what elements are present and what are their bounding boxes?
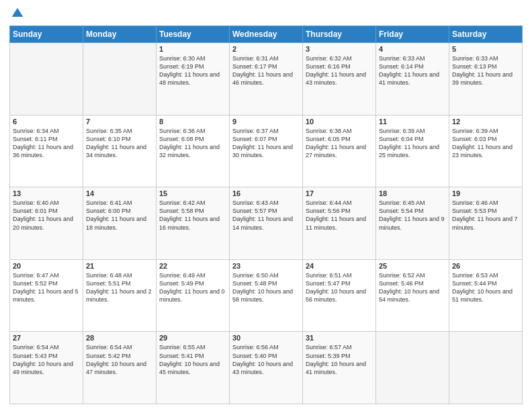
calendar-cell: 2Sunrise: 6:31 AMSunset: 6:17 PMDaylight… (230, 43, 303, 116)
day-number: 30 (232, 334, 300, 342)
day-number: 4 (379, 45, 446, 53)
day-number: 3 (306, 45, 373, 53)
day-number: 26 (452, 262, 519, 270)
cell-content: Sunrise: 6:45 AMSunset: 5:54 PMDaylight:… (379, 199, 446, 232)
calendar-cell: 11Sunrise: 6:39 AMSunset: 6:04 PMDayligh… (376, 115, 449, 187)
cell-content: Sunrise: 6:39 AMSunset: 6:04 PMDaylight:… (379, 127, 446, 160)
day-number: 6 (13, 118, 80, 126)
calendar-week-2: 6Sunrise: 6:34 AMSunset: 6:11 PMDaylight… (10, 115, 523, 187)
calendar-cell: 18Sunrise: 6:45 AMSunset: 5:54 PMDayligh… (376, 187, 449, 260)
col-header-wednesday: Wednesday (230, 26, 303, 43)
day-number: 31 (306, 334, 373, 342)
day-number: 7 (86, 118, 153, 126)
day-number: 19 (452, 189, 519, 197)
cell-content: Sunrise: 6:34 AMSunset: 6:11 PMDaylight:… (13, 127, 80, 160)
calendar-cell: 4Sunrise: 6:33 AMSunset: 6:14 PMDaylight… (376, 43, 449, 116)
col-header-tuesday: Tuesday (157, 26, 230, 43)
day-number: 20 (13, 262, 80, 270)
calendar-cell: 24Sunrise: 6:51 AMSunset: 5:47 PMDayligh… (303, 259, 376, 332)
cell-content: Sunrise: 6:46 AMSunset: 5:53 PMDaylight:… (452, 199, 519, 232)
calendar-cell: 27Sunrise: 6:54 AMSunset: 5:43 PMDayligh… (10, 332, 83, 404)
cell-content: Sunrise: 6:51 AMSunset: 5:47 PMDaylight:… (306, 271, 373, 304)
day-number: 10 (306, 118, 373, 126)
calendar-cell: 14Sunrise: 6:41 AMSunset: 6:00 PMDayligh… (83, 187, 157, 260)
cell-content: Sunrise: 6:31 AMSunset: 6:17 PMDaylight:… (232, 54, 300, 87)
day-number: 25 (379, 262, 446, 270)
calendar-week-3: 13Sunrise: 6:40 AMSunset: 6:01 PMDayligh… (10, 187, 523, 260)
calendar-cell: 15Sunrise: 6:42 AMSunset: 5:58 PMDayligh… (157, 187, 230, 260)
calendar-cell: 16Sunrise: 6:43 AMSunset: 5:57 PMDayligh… (230, 187, 303, 260)
day-number: 21 (86, 262, 153, 270)
day-number: 28 (86, 334, 153, 342)
calendar-cell (83, 43, 157, 116)
calendar-cell (10, 43, 83, 116)
logo-icon (11, 7, 24, 20)
calendar-cell: 31Sunrise: 6:57 AMSunset: 5:39 PMDayligh… (303, 332, 376, 404)
cell-content: Sunrise: 6:57 AMSunset: 5:39 PMDaylight:… (306, 343, 373, 376)
day-number: 16 (232, 189, 300, 197)
cell-content: Sunrise: 6:55 AMSunset: 5:41 PMDaylight:… (159, 343, 226, 376)
day-number: 27 (13, 334, 80, 342)
calendar-cell: 23Sunrise: 6:50 AMSunset: 5:48 PMDayligh… (230, 259, 303, 332)
day-number: 22 (159, 262, 226, 270)
cell-content: Sunrise: 6:39 AMSunset: 6:03 PMDaylight:… (452, 127, 519, 160)
calendar-week-5: 27Sunrise: 6:54 AMSunset: 5:43 PMDayligh… (10, 332, 523, 404)
col-header-thursday: Thursday (303, 26, 376, 43)
day-number: 5 (452, 45, 519, 53)
cell-content: Sunrise: 6:42 AMSunset: 5:58 PMDaylight:… (159, 199, 226, 232)
cell-content: Sunrise: 6:32 AMSunset: 6:16 PMDaylight:… (306, 54, 373, 87)
day-number: 1 (159, 45, 226, 53)
cell-content: Sunrise: 6:48 AMSunset: 5:51 PMDaylight:… (86, 271, 153, 304)
calendar-cell: 28Sunrise: 6:54 AMSunset: 5:42 PMDayligh… (83, 332, 157, 404)
day-number: 11 (379, 118, 446, 126)
col-header-saturday: Saturday (449, 26, 523, 43)
calendar-cell: 3Sunrise: 6:32 AMSunset: 6:16 PMDaylight… (303, 43, 376, 116)
cell-content: Sunrise: 6:33 AMSunset: 6:14 PMDaylight:… (379, 54, 446, 87)
col-header-sunday: Sunday (10, 26, 83, 43)
day-number: 15 (159, 189, 226, 197)
day-number: 24 (306, 262, 373, 270)
calendar-cell: 30Sunrise: 6:56 AMSunset: 5:40 PMDayligh… (230, 332, 303, 404)
header (9, 7, 523, 20)
calendar-week-1: 1Sunrise: 6:30 AMSunset: 6:19 PMDaylight… (10, 43, 523, 116)
calendar-cell: 6Sunrise: 6:34 AMSunset: 6:11 PMDaylight… (10, 115, 83, 187)
calendar-cell: 13Sunrise: 6:40 AMSunset: 6:01 PMDayligh… (10, 187, 83, 260)
cell-content: Sunrise: 6:33 AMSunset: 6:13 PMDaylight:… (452, 54, 519, 87)
col-header-friday: Friday (376, 26, 449, 43)
calendar-cell: 5Sunrise: 6:33 AMSunset: 6:13 PMDaylight… (449, 43, 523, 116)
calendar-week-4: 20Sunrise: 6:47 AMSunset: 5:52 PMDayligh… (10, 259, 523, 332)
calendar-cell: 20Sunrise: 6:47 AMSunset: 5:52 PMDayligh… (10, 259, 83, 332)
calendar-header-row: SundayMondayTuesdayWednesdayThursdayFrid… (10, 26, 523, 43)
cell-content: Sunrise: 6:54 AMSunset: 5:42 PMDaylight:… (86, 343, 153, 376)
cell-content: Sunrise: 6:49 AMSunset: 5:49 PMDaylight:… (159, 271, 226, 304)
calendar-cell: 22Sunrise: 6:49 AMSunset: 5:49 PMDayligh… (157, 259, 230, 332)
calendar-cell: 1Sunrise: 6:30 AMSunset: 6:19 PMDaylight… (157, 43, 230, 116)
calendar-cell: 7Sunrise: 6:35 AMSunset: 6:10 PMDaylight… (83, 115, 157, 187)
cell-content: Sunrise: 6:37 AMSunset: 6:07 PMDaylight:… (232, 127, 300, 160)
day-number: 17 (306, 189, 373, 197)
calendar-cell: 26Sunrise: 6:53 AMSunset: 5:44 PMDayligh… (449, 259, 523, 332)
cell-content: Sunrise: 6:54 AMSunset: 5:43 PMDaylight:… (13, 343, 80, 376)
cell-content: Sunrise: 6:38 AMSunset: 6:05 PMDaylight:… (306, 127, 373, 160)
day-number: 14 (86, 189, 153, 197)
cell-content: Sunrise: 6:47 AMSunset: 5:52 PMDaylight:… (13, 271, 80, 304)
calendar-cell (449, 332, 523, 404)
calendar-cell: 17Sunrise: 6:44 AMSunset: 5:56 PMDayligh… (303, 187, 376, 260)
cell-content: Sunrise: 6:41 AMSunset: 6:00 PMDaylight:… (86, 199, 153, 232)
day-number: 2 (232, 45, 300, 53)
calendar-cell: 29Sunrise: 6:55 AMSunset: 5:41 PMDayligh… (157, 332, 230, 404)
cell-content: Sunrise: 6:53 AMSunset: 5:44 PMDaylight:… (452, 271, 519, 304)
calendar-cell: 8Sunrise: 6:36 AMSunset: 6:08 PMDaylight… (157, 115, 230, 187)
cell-content: Sunrise: 6:30 AMSunset: 6:19 PMDaylight:… (159, 54, 226, 87)
cell-content: Sunrise: 6:40 AMSunset: 6:01 PMDaylight:… (13, 199, 80, 232)
logo (9, 7, 24, 20)
cell-content: Sunrise: 6:35 AMSunset: 6:10 PMDaylight:… (86, 127, 153, 160)
calendar-cell: 21Sunrise: 6:48 AMSunset: 5:51 PMDayligh… (83, 259, 157, 332)
cell-content: Sunrise: 6:50 AMSunset: 5:48 PMDaylight:… (232, 271, 300, 304)
cell-content: Sunrise: 6:36 AMSunset: 6:08 PMDaylight:… (159, 127, 226, 160)
calendar-table: SundayMondayTuesdayWednesdayThursdayFrid… (9, 26, 523, 404)
cell-content: Sunrise: 6:52 AMSunset: 5:46 PMDaylight:… (379, 271, 446, 304)
calendar-cell (376, 332, 449, 404)
calendar-cell: 19Sunrise: 6:46 AMSunset: 5:53 PMDayligh… (449, 187, 523, 260)
calendar-cell: 10Sunrise: 6:38 AMSunset: 6:05 PMDayligh… (303, 115, 376, 187)
